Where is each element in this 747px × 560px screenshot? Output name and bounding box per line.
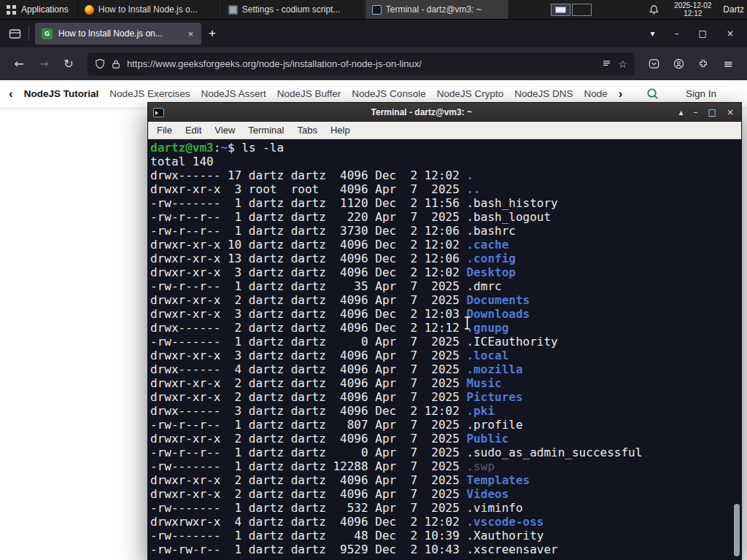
bookmark-star-icon[interactable]: ☆ [618, 58, 627, 70]
gfg-nav-link-nodejs-exercises[interactable]: NodeJS Exercises [109, 88, 190, 99]
terminal-line: drwxr-xr-x 2 dartz dartz 4096 Apr 7 2025… [150, 432, 731, 446]
gfg-nav-link-node[interactable]: Node [584, 88, 608, 99]
mini-window-icon [555, 7, 566, 13]
settings-icon [228, 5, 238, 15]
prompt-command: ls -la [241, 141, 284, 155]
terminal-line: drwx------ 3 dartz dartz 4096 Dec 2 12:0… [150, 404, 731, 418]
notification-bell-icon[interactable] [649, 0, 659, 19]
terminal-screen[interactable]: dartz@vm3:~$ ls -la total 140drwx------ … [148, 139, 741, 559]
close-icon[interactable]: × [727, 107, 734, 117]
terminal-line: total 140 [150, 155, 731, 168]
menu-view[interactable]: View [208, 125, 241, 136]
terminal-app-icon [153, 108, 164, 117]
terminal-icon [372, 5, 382, 15]
clock-time: 12:12 [674, 9, 711, 18]
prompt-userhost: dartz@vm3 [150, 141, 214, 155]
terminal-prompt-line: dartz@vm3:~$ ls -la [150, 141, 731, 155]
applications-icon [7, 5, 16, 15]
terminal-line: drwx------ 4 dartz dartz 4096 Apr 7 2025… [150, 362, 731, 376]
tab-title: How to Install Node.js on... [58, 28, 180, 39]
menu-file[interactable]: File [150, 125, 179, 136]
terminal-line: -rw-rw-r-- 1 dartz dartz 9529 Dec 2 10:4… [150, 542, 731, 556]
taskbar-button-firefox[interactable]: How to Install Node.js o... [77, 0, 221, 19]
gfg-nav-link-nodejs-tutorial[interactable]: NodeJS Tutorial [24, 88, 99, 99]
terminal-line: -rw-r--r-- 1 dartz dartz 3730 Dec 2 12:0… [150, 224, 731, 238]
terminal-line: drwxr-xr-x 2 dartz dartz 4096 Apr 7 2025… [150, 473, 731, 487]
url-bar[interactable]: https://www.geeksforgeeks.org/node-js/in… [88, 52, 635, 76]
menu-help[interactable]: Help [324, 125, 357, 136]
terminal-line: -rw-r--r-- 1 dartz dartz 35 Apr 7 2025 .… [150, 279, 731, 293]
terminal-line: -rw------- 1 dartz dartz 0 Apr 7 2025 .I… [150, 335, 731, 349]
terminal-line: drwx------ 2 dartz dartz 4096 Dec 2 12:1… [150, 321, 731, 335]
maximize-icon[interactable]: □ [708, 107, 716, 117]
gfg-nav-links: NodeJS TutorialNodeJS ExercisesNodeJS As… [24, 88, 608, 99]
terminal-output: total 140drwx------ 17 dartz dartz 4096 … [150, 155, 731, 556]
taskbar-button-settings[interactable]: Settings - codium script... [221, 0, 365, 19]
clock-date: 2025-12-02 [674, 1, 711, 10]
shade-icon[interactable]: ▴ [679, 107, 684, 117]
browser-window-controls: ▾ – □ × [651, 28, 740, 39]
terminal-menubar: FileEditViewTerminalTabsHelp [148, 122, 741, 139]
extensions-icon[interactable] [692, 53, 715, 75]
reload-icon[interactable]: ↻ [57, 53, 80, 75]
terminal-scrollbar[interactable] [734, 504, 740, 556]
terminal-title: Terminal - dartz@vm3: ~ [164, 107, 679, 117]
desktop-panel: Applications How to Install Node.js o...… [0, 0, 747, 20]
browser-nav-toolbar: ← → ↻ https://www.geeksforgeeks.org/node… [0, 47, 747, 80]
taskbar-button-terminal[interactable]: Terminal - dartz@vm3: ~ [365, 0, 508, 19]
maximize-icon[interactable]: □ [699, 28, 707, 39]
nav-scroll-left-icon[interactable]: ‹ [9, 87, 13, 101]
terminal-line: drwxr-xr-x 2 dartz dartz 4096 Apr 7 2025… [150, 487, 731, 501]
taskbar-button-label: Settings - codium script... [242, 4, 341, 15]
list-all-tabs-icon[interactable]: ▾ [651, 28, 655, 39]
url-text[interactable]: https://www.geeksforgeeks.org/node-js/in… [127, 58, 595, 69]
browser-tab-bar: G How to Install Node.js on... × + ▾ – □… [0, 20, 747, 47]
tracking-shield-icon[interactable] [95, 58, 105, 69]
panel-username[interactable]: Dartz [723, 0, 747, 19]
gfg-nav-link-nodejs-assert[interactable]: NodeJS Assert [201, 88, 266, 99]
minimize-icon[interactable]: – [675, 28, 679, 39]
workspace-cell-1[interactable] [551, 4, 570, 16]
geeksforgeeks-favicon: G [42, 28, 53, 39]
minimize-icon[interactable]: – [694, 107, 698, 117]
menu-tabs[interactable]: Tabs [290, 125, 323, 136]
terminal-window: Terminal - dartz@vm3: ~ ▴ – □ × FileEdit… [147, 102, 742, 560]
menu-edit[interactable]: Edit [179, 125, 208, 136]
gfg-nav-link-nodejs-buffer[interactable]: NodeJS Buffer [277, 88, 341, 99]
pocket-icon[interactable] [642, 53, 665, 75]
terminal-line: drwxr-xr-x 10 dartz dartz 4096 Dec 2 12:… [150, 238, 731, 252]
sign-in-button[interactable]: Sign In [686, 88, 716, 99]
menu-icon[interactable]: ≡ [716, 53, 740, 75]
browser-tab-active[interactable]: G How to Install Node.js on... × [35, 23, 201, 44]
prompt-symbol: $ [228, 141, 241, 155]
panel-tasklist: How to Install Node.js o...Settings - co… [77, 0, 508, 19]
terminal-line: drwxr-xr-x 3 dartz dartz 4096 Dec 2 12:0… [150, 265, 731, 279]
workspace-cell-2[interactable] [572, 4, 592, 16]
account-icon[interactable] [667, 53, 690, 75]
close-icon[interactable]: × [727, 28, 734, 39]
terminal-line: -rw------- 1 dartz dartz 1120 Dec 2 11:5… [150, 196, 731, 210]
forward-icon[interactable]: → [32, 53, 55, 75]
terminal-line: -rw------- 1 dartz dartz 12288 Apr 7 202… [150, 459, 731, 473]
lock-icon[interactable] [112, 59, 120, 69]
new-tab-button[interactable]: + [201, 26, 223, 41]
terminal-titlebar[interactable]: Terminal - dartz@vm3: ~ ▴ – □ × [148, 103, 741, 122]
applications-label: Applications [21, 4, 69, 15]
firefox-view-icon[interactable] [9, 28, 21, 39]
back-icon[interactable]: ← [7, 53, 31, 75]
gfg-nav-link-nodejs-dns[interactable]: NodeJS DNS [514, 88, 573, 99]
panel-clock[interactable]: 2025-12-02 12:12 [674, 0, 711, 19]
terminal-line: -rw-r--r-- 1 dartz dartz 807 Apr 7 2025 … [150, 418, 731, 432]
terminal-line: drwxr-xr-x 13 dartz dartz 4096 Dec 2 12:… [150, 252, 731, 265]
terminal-line: drwxr-xr-x 2 dartz dartz 4096 Apr 7 2025… [150, 293, 731, 307]
reader-mode-icon[interactable] [602, 59, 611, 69]
tab-close-icon[interactable]: × [186, 28, 195, 39]
terminal-line: drwxr-xr-x 2 dartz dartz 4096 Apr 7 2025… [150, 376, 731, 390]
applications-menu-button[interactable]: Applications [0, 0, 77, 19]
gfg-nav-link-nodejs-crypto[interactable]: NodeJS Crypto [437, 88, 504, 99]
menu-terminal[interactable]: Terminal [241, 125, 290, 136]
gfg-nav-link-nodejs-console[interactable]: NodeJS Console [352, 88, 425, 99]
search-icon[interactable] [646, 88, 659, 100]
workspace-pager[interactable] [551, 0, 592, 19]
nav-scroll-right-icon[interactable]: › [619, 87, 623, 101]
